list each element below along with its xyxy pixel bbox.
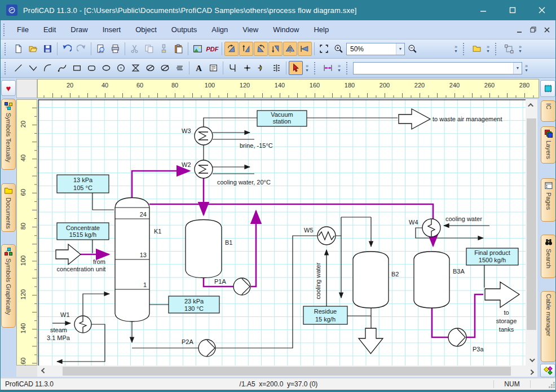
dimension-tool-button[interactable] [321,61,335,75]
vacuum-station-label[interactable]: station [273,118,291,125]
symbols-palette-button[interactable] [540,364,555,377]
mdi-restore-button[interactable] [530,27,536,33]
combo-dropdown-icon[interactable]: ▼ [513,63,522,74]
heat-exchanger-w2[interactable] [195,160,213,178]
label-steam[interactable]: steam [50,327,67,333]
scroll-up-button[interactable] [526,99,537,111]
toolbar-overflow-button[interactable]: »▼ [523,61,530,75]
tab-cable-manager[interactable]: Cable manager [541,291,556,362]
tag-w2[interactable]: W2 [182,161,191,168]
horizontal-scrollbar[interactable] [37,365,537,377]
toolbar-grip[interactable] [346,62,349,74]
label-storage[interactable]: to [504,309,509,316]
toolbar-grip[interactable] [495,43,498,55]
folder-button[interactable] [470,42,484,56]
vessel-b1[interactable] [186,220,222,278]
text-tool-button[interactable]: A [192,61,206,75]
tag-w1[interactable]: W1 [60,311,70,318]
concentrate-label[interactable]: Concentrate [66,224,100,231]
pressure-bottom-label[interactable]: 130 °C [184,305,204,312]
resize-grip[interactable] [531,378,556,390]
copy-button[interactable] [142,42,156,56]
toolbar-grip[interactable] [463,43,466,55]
tag-b2[interactable]: B2 [391,271,399,278]
label-cooling-water-20[interactable]: cooling water, 20°C [217,179,271,186]
pressure-top-label[interactable]: 13 kPa [73,177,93,183]
insert-image-button[interactable] [191,42,205,56]
label-storage[interactable]: tanks [499,326,514,333]
pump-p1a[interactable] [233,278,250,295]
flip-vertical-button[interactable] [239,42,253,56]
text-block-tool-button[interactable] [206,61,220,75]
line-tool-button[interactable] [11,61,25,75]
vertical-scroll-thumb[interactable] [527,118,536,330]
toolbar-grip[interactable] [5,62,7,74]
maximize-button[interactable] [498,0,527,20]
hatch-tool-button[interactable] [173,61,187,75]
tray-24[interactable]: 24 [140,211,147,218]
connection-point-tool-button[interactable] [255,61,269,75]
toolbar-overflow-button[interactable]: »▼ [452,42,460,56]
polyline-tool-button[interactable] [26,61,40,75]
menu-help[interactable]: Help [306,22,336,37]
toolbar-overflow-button[interactable]: »▼ [517,42,524,56]
crossed-circle-tool-button[interactable] [143,61,157,75]
label-steam-pressure[interactable]: 3.1 MPa [47,334,70,341]
horizontal-scroll-thumb[interactable] [63,367,511,376]
drawing-canvas[interactable]: Vacuum station 13 kPa 105 °C Concentrate… [37,99,526,365]
label-cooling-water-w4[interactable]: cooling water [445,215,482,222]
zoom-out-button[interactable] [405,42,420,56]
circle-tool-button[interactable] [114,61,128,75]
scroll-left-button[interactable] [37,365,48,377]
heat-exchanger-w3[interactable] [195,127,213,145]
toolbar-grip[interactable] [314,62,317,74]
scroll-down-button[interactable] [526,354,537,365]
flip-down-button[interactable] [268,42,283,56]
tray-13[interactable]: 13 [140,252,147,258]
feed-arrow[interactable] [56,244,81,265]
toolbar-overflow-button[interactable]: »▼ [484,42,492,56]
menu-outputs[interactable]: Outputs [164,22,205,37]
symbol-combo[interactable]: ▼ [353,62,522,74]
menu-align[interactable]: Align [204,22,235,37]
tab-symbols-textually[interactable]: Symbols Textually [1,99,16,170]
mirror-horizontal-button[interactable] [283,42,297,56]
rotate-right-button[interactable] [254,42,268,56]
zoom-level-combo[interactable]: 50% ▼ [346,43,405,55]
tag-k1[interactable]: K1 [154,228,161,235]
final-product-label[interactable]: Final product [474,249,510,256]
cut-button[interactable] [127,42,142,56]
gate-symbol-tool-button[interactable] [226,61,240,75]
print-button[interactable] [108,42,122,56]
mdi-minimize-button[interactable] [517,27,522,33]
menu-edit[interactable]: Edit [36,22,63,37]
residue-label[interactable]: 15 kg/h [315,316,336,323]
final-product-label[interactable]: 1500 kg/h [479,257,506,263]
rounded-rectangle-tool-button[interactable] [85,61,99,75]
tag-p3a[interactable]: P3a [473,346,484,353]
rotate-left-button[interactable] [224,42,239,56]
minimize-button[interactable] [469,0,498,20]
waste-air-arrow[interactable] [399,109,430,129]
open-button[interactable] [26,42,40,56]
title-bar[interactable]: ProfiCAD 11.3.0 - [C:\Users\Public\Docum… [1,0,556,20]
paste-button[interactable] [171,42,186,56]
vacuum-station-label[interactable]: Vacuum [271,111,293,118]
junction-tool-button[interactable] [240,61,254,75]
toolbar-overflow-button[interactable]: »▼ [336,61,343,75]
close-button[interactable] [527,0,556,20]
vertical-scrollbar[interactable] [526,99,537,365]
bezier-tool-button[interactable] [55,61,69,75]
menu-object[interactable]: Object [128,22,164,37]
redo-button[interactable] [74,42,89,56]
tray-1[interactable]: 1 [143,281,147,288]
tab-search[interactable]: Search [541,235,556,278]
label-waste-air[interactable]: to waste air management [433,116,502,122]
tag-w3[interactable]: W3 [182,127,191,134]
mdi-close-button[interactable] [544,27,550,33]
pump-p2a[interactable] [198,340,215,356]
toolbar-grip[interactable] [5,43,7,55]
tab-symbols-graphically[interactable]: Symbols Graphically [1,244,16,328]
residue-down-arrow[interactable] [359,328,383,354]
export-pdf-button[interactable]: PDF [205,42,219,56]
